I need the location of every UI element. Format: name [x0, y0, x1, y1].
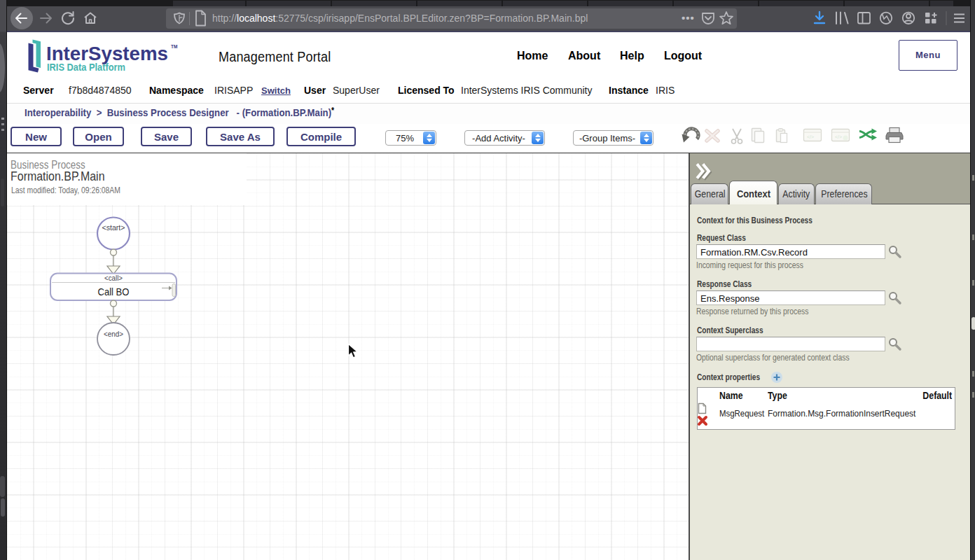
- svg-text:Call BO: Call BO: [98, 286, 130, 298]
- svg-text:TM: TM: [171, 44, 177, 49]
- svg-text:</>: </>: [835, 134, 842, 139]
- svg-text:</>: </>: [807, 134, 814, 139]
- svg-text:IRIS Data Platform: IRIS Data Platform: [47, 62, 125, 73]
- svg-text:<call>: <call>: [104, 274, 123, 282]
- svg-text:<end>: <end>: [104, 330, 123, 338]
- svg-text:<start>: <start>: [102, 223, 125, 232]
